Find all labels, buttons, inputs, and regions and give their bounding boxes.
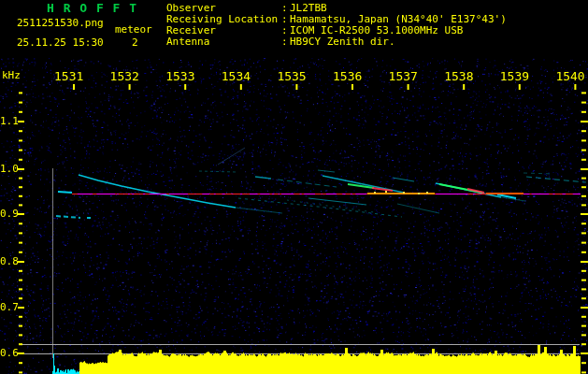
time-axis-label: 1533 bbox=[165, 70, 194, 82]
freq-axis-label: 1.1 bbox=[0, 115, 18, 127]
freq-axis-unit: kHz bbox=[2, 69, 21, 81]
time-axis-label: 1536 bbox=[333, 70, 362, 82]
freq-axis-label: 0.9 bbox=[0, 208, 18, 220]
time-axis-label: 1540 bbox=[555, 70, 584, 82]
freq-axis-label: 0.6 bbox=[0, 347, 18, 359]
observation-mode-label: meteor bbox=[115, 24, 152, 36]
freq-axis-label: 0.8 bbox=[0, 255, 18, 267]
time-axis-label: 1538 bbox=[444, 70, 473, 82]
colon-separator: : bbox=[281, 36, 288, 48]
time-axis-label: 1535 bbox=[277, 70, 306, 82]
time-axis-label: 1534 bbox=[222, 70, 251, 82]
hrofft-screen: H R O F F T 2511251530.png meteor 25.11.… bbox=[0, 0, 588, 374]
datetime-label: 25.11.25 15:30 bbox=[17, 37, 104, 49]
spectrogram-canvas bbox=[0, 0, 588, 374]
antenna-value: HB9CY Zenith dir. bbox=[290, 36, 395, 48]
time-axis-label: 1531 bbox=[54, 70, 83, 82]
meteor-count: 2 bbox=[132, 37, 138, 49]
freq-axis-label: 1.0 bbox=[0, 163, 18, 175]
antenna-label: Antenna bbox=[166, 36, 209, 48]
time-axis-label: 1532 bbox=[110, 70, 139, 82]
time-axis-label: 1537 bbox=[389, 70, 418, 82]
time-axis-label: 1539 bbox=[500, 70, 529, 82]
app-title: H R O F F T bbox=[47, 2, 137, 14]
output-filename: 2511251530.png bbox=[17, 18, 104, 29]
freq-axis-label: 0.7 bbox=[0, 301, 18, 313]
